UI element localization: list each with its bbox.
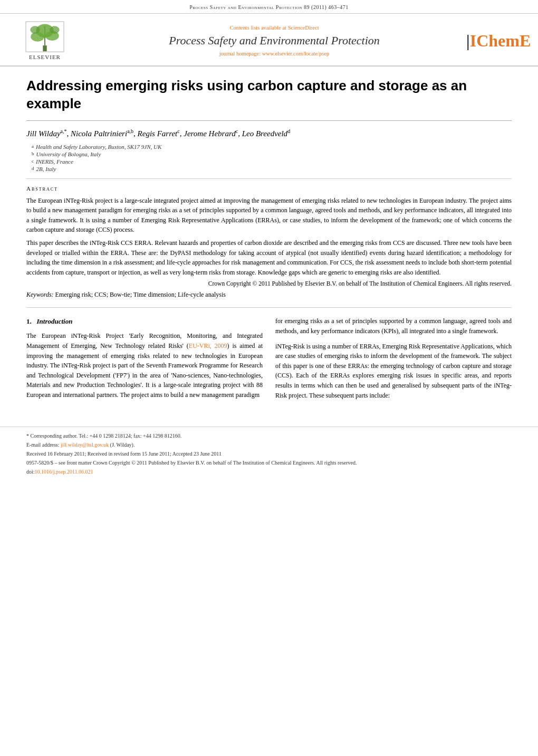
journal-name: Process Safety and Environmental Protect… xyxy=(169,34,380,48)
main-content: Addressing emerging risks using carbon c… xyxy=(0,67,538,416)
email-link[interactable]: jill.wilday@hsl.gov.uk xyxy=(61,442,109,448)
elsevier-logo: ELSEVIER xyxy=(16,21,74,60)
keywords-line: Keywords: Emerging risk; CCS; Bow-tie; T… xyxy=(26,291,512,299)
affiliations: a Health and Safety Laboratory, Buxton, … xyxy=(26,144,512,172)
doi-link[interactable]: 10.1016/j.psep.2011.06.021 xyxy=(35,469,93,475)
sciencedirect-link[interactable]: ScienceDirect xyxy=(288,25,319,31)
svg-point-6 xyxy=(50,26,59,34)
elsevier-label: ELSEVIER xyxy=(29,54,61,60)
journal-top-bar: Process Safety and Environmental Protect… xyxy=(0,0,538,14)
intro-para-right-1: for emerging risks as a set of principle… xyxy=(275,316,512,336)
abstract-copyright: Crown Copyright © 2011 Published by Else… xyxy=(26,280,512,287)
eu-vri-link[interactable]: EU-VRi, 2009 xyxy=(189,342,227,349)
page-container: Process Safety and Environmental Protect… xyxy=(0,0,538,756)
svg-point-5 xyxy=(30,26,40,34)
abstract-para-1: The European iNTeg-Risk project is a lar… xyxy=(26,196,512,235)
elsevier-tree-icon xyxy=(24,21,66,53)
affiliation-d: d 2B, Italy xyxy=(32,166,512,172)
footnote-doi: doi:10.1016/j.psep.2011.06.021 xyxy=(26,468,512,476)
top-bar-text: Process Safety and Environmental Protect… xyxy=(189,4,349,10)
intro-para-left: The European iNTeg-Risk Project 'Early R… xyxy=(26,331,263,400)
affiliation-a: a Health and Safety Laboratory, Buxton, … xyxy=(32,144,512,150)
homepage-prefix: journal homepage: xyxy=(219,51,262,56)
author-nicola: Nicola Paltrinieri xyxy=(71,129,127,138)
homepage-link[interactable]: www.elsevier.com/locate/psep xyxy=(262,51,330,56)
icheme-logo: |IChemE xyxy=(475,31,522,51)
abstract-para-2: This paper describes the iNTeg-Risk CCS … xyxy=(26,238,512,277)
sciencedirect-line: Contents lists available at ScienceDirec… xyxy=(229,25,319,31)
column-left: 1. Introduction The European iNTeg-Risk … xyxy=(26,316,263,405)
keywords-value: Emerging risk; CCS; Bow-tie; Time dimens… xyxy=(55,291,226,298)
icheme-label: |IChemE xyxy=(466,31,531,51)
author-leo: Leo Breedveld xyxy=(242,129,288,138)
footnote-3: Received 16 February 2011; Received in r… xyxy=(26,450,512,458)
authors-line: Jill Wildaya,*, Nicola Paltrinieria,b, R… xyxy=(26,128,512,138)
affiliation-b: b University of Bologna, Italy xyxy=(32,151,512,157)
journal-header: ELSEVIER Contents lists available at Sci… xyxy=(0,14,538,67)
two-column-body: 1. Introduction The European iNTeg-Risk … xyxy=(26,316,512,405)
footnote-4: 0957-5820/$ – see front matter Crown Cop… xyxy=(26,459,512,467)
section1-heading: Introduction xyxy=(33,317,72,325)
section1-title: 1. Introduction xyxy=(26,316,263,327)
abstract-section: Abstract The European iNTeg-Risk project… xyxy=(26,185,512,299)
keywords-label: Keywords: xyxy=(26,291,54,298)
footer-area: * Corresponding author. Tel.: +44 0 1298… xyxy=(0,427,538,483)
affiliation-separator xyxy=(26,178,512,179)
footnote-2: E-mail address: jill.wilday@hsl.gov.uk (… xyxy=(26,441,512,449)
abstract-label: Abstract xyxy=(26,185,512,192)
section1-number: 1. xyxy=(26,317,32,325)
journal-homepage: journal homepage: www.elsevier.com/locat… xyxy=(219,51,330,56)
abstract-separator xyxy=(26,307,512,308)
article-title: Addressing emerging risks using carbon c… xyxy=(26,77,512,113)
column-right: for emerging risks as a set of principle… xyxy=(275,316,512,405)
author-jerome: Jerome Hebrard xyxy=(184,129,235,138)
author-jill: Jill Wilday xyxy=(26,129,61,138)
journal-center: Contents lists available at ScienceDirec… xyxy=(84,25,464,56)
intro-para-right-2: iNTeg-Risk is using a number of ERRAs, E… xyxy=(275,342,512,401)
svg-rect-0 xyxy=(43,45,46,51)
affiliation-c: c INERIS, France xyxy=(32,158,512,165)
sciencedirect-prefix: Contents lists available at xyxy=(229,25,287,31)
author-regis: Regis Farret xyxy=(138,129,178,138)
title-separator xyxy=(26,120,512,121)
footnote-1: * Corresponding author. Tel.: +44 0 1298… xyxy=(26,432,512,440)
